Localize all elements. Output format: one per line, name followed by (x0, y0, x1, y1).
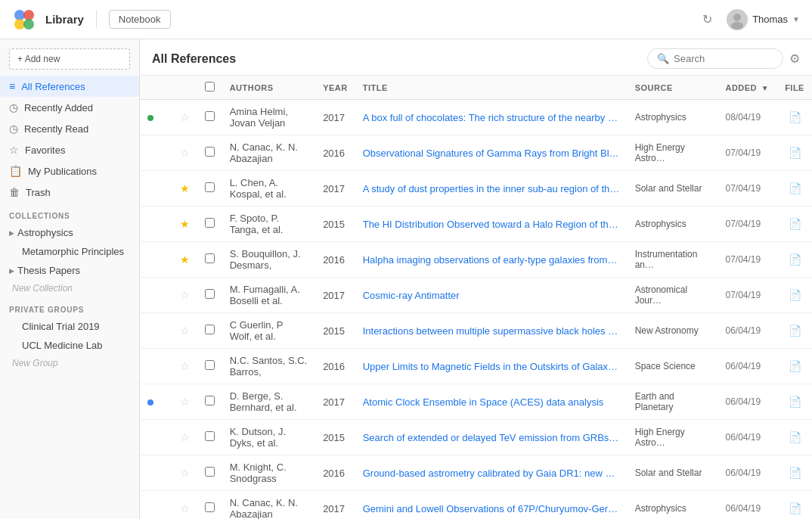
star-cell[interactable]: ☆ (172, 349, 197, 384)
file-cell[interactable]: 📄 (777, 384, 812, 420)
row-checkbox[interactable] (205, 182, 215, 192)
title-cell[interactable]: Atomic Clock Ensemble in Space (ACES) da… (355, 384, 628, 420)
row-checkbox[interactable] (205, 147, 215, 157)
notebook-button[interactable]: Notebook (109, 10, 171, 29)
status-dot (147, 399, 153, 406)
file-cell[interactable]: 📄 (777, 278, 812, 313)
title-cell[interactable]: A study of dust properties in the inner … (355, 171, 628, 207)
added-cell: 07/04/19 (717, 135, 777, 171)
content-area: All References 🔍 ⚙ (140, 39, 812, 519)
new-group-link[interactable]: New Group (0, 355, 139, 371)
sidebar-group-ucl[interactable]: UCL Medicine Lab (0, 336, 139, 355)
title-cell[interactable]: Observational Signatures of Gamma Rays f… (355, 135, 628, 171)
file-cell[interactable]: 📄 (777, 455, 812, 491)
col-added[interactable]: ADDED ▼ (717, 76, 777, 100)
sidebar-group-clinical[interactable]: Clinical Trial 2019 (0, 317, 139, 336)
file-cell[interactable]: 📄 (777, 420, 812, 455)
new-collection-link[interactable]: New Collection (0, 280, 139, 297)
star-cell[interactable]: ★ (172, 171, 197, 207)
star-cell[interactable]: ★ (172, 207, 197, 242)
filter-icon[interactable]: ⚙ (789, 51, 800, 66)
col-file: FILE (777, 76, 812, 100)
search-icon: 🔍 (657, 53, 669, 64)
title-cell[interactable]: Upper Limits to Magnetic Fields in the O… (355, 349, 628, 384)
star-cell[interactable]: ☆ (172, 420, 197, 455)
authors-cell: C Guerlin, P Wolf, et al. (222, 313, 316, 349)
references-table: AUTHORS YEAR TITLE SOURCE ADDED ▼ FILE ☆… (140, 76, 812, 519)
file-cell[interactable]: 📄 (777, 242, 812, 278)
row-checkbox[interactable] (205, 396, 215, 406)
year-cell: 2016 (315, 135, 355, 171)
table-body: ☆Amina Helmi, Jovan Veljan2017A box full… (140, 100, 812, 520)
table-row: ☆N.C. Santos, S.C. Barros,2016Upper Limi… (140, 349, 812, 384)
year-cell: 2017 (315, 100, 355, 135)
year-cell: 2017 (315, 491, 355, 520)
star-cell[interactable]: ☆ (172, 100, 197, 135)
file-cell[interactable]: 📄 (777, 313, 812, 349)
star-cell[interactable]: ☆ (172, 491, 197, 520)
user-avatar (727, 9, 748, 30)
sidebar-item-favorites[interactable]: ☆ Favorites (0, 139, 139, 160)
row-checkbox[interactable] (205, 325, 215, 334)
added-cell: 06/04/19 (717, 384, 777, 420)
file-cell[interactable]: 📄 (777, 171, 812, 207)
row-checkbox[interactable] (205, 218, 215, 228)
row-checkbox[interactable] (205, 502, 215, 512)
col-title[interactable]: TITLE (355, 76, 628, 100)
title-cell[interactable]: Ground-based astrometry calibrated by Ga… (355, 455, 628, 491)
year-cell: 2015 (315, 207, 355, 242)
row-checkbox[interactable] (205, 467, 215, 477)
sidebar-item-all-references[interactable]: ≡ All References (0, 76, 139, 97)
col-year[interactable]: YEAR (315, 76, 355, 100)
authors-cell: K. Dutson, J. Dyks, et al. (222, 420, 316, 455)
title-cell[interactable]: Gemini and Lowell Observations of 67P/Ch… (355, 491, 628, 520)
sidebar-collection-metamorphic[interactable]: Metamorphic Principles (0, 242, 139, 261)
select-all-checkbox[interactable] (205, 82, 215, 92)
table-header-row: AUTHORS YEAR TITLE SOURCE ADDED ▼ FILE (140, 76, 812, 100)
title-cell[interactable]: Halpha imaging observations of early-typ… (355, 242, 628, 278)
source-cell: Space Science (628, 349, 718, 384)
star-cell[interactable]: ☆ (172, 455, 197, 491)
sidebar-item-recently-read[interactable]: ◷ Recently Read (0, 118, 139, 139)
star-cell[interactable]: ☆ (172, 135, 197, 171)
added-cell: 08/04/19 (717, 100, 777, 135)
row-checkbox[interactable] (205, 253, 215, 263)
col-source[interactable]: SOURCE (628, 76, 718, 100)
sidebar-collection-astrophysics[interactable]: ▶ Astrophysics (0, 223, 139, 242)
row-checkbox[interactable] (205, 431, 215, 441)
star-cell[interactable]: ☆ (172, 278, 197, 313)
title-cell[interactable]: Search of extended or delayed TeV emissi… (355, 420, 628, 455)
added-cell: 06/04/19 (717, 349, 777, 384)
user-menu[interactable]: Thomas ▼ (727, 9, 800, 30)
status-dot (147, 115, 153, 121)
star-cell[interactable]: ☆ (172, 384, 197, 420)
file-cell[interactable]: 📄 (777, 491, 812, 520)
title-cell[interactable]: The HI Distribution Observed toward a Ha… (355, 207, 628, 242)
title-cell[interactable]: A box full of chocolates: The rich struc… (355, 100, 628, 135)
references-table-container: AUTHORS YEAR TITLE SOURCE ADDED ▼ FILE ☆… (140, 76, 812, 519)
search-input[interactable] (674, 53, 772, 64)
row-checkbox[interactable] (205, 360, 215, 370)
table-row: ☆D. Berge, S. Bernhard, et al.2017Atomic… (140, 384, 812, 420)
file-cell[interactable]: 📄 (777, 135, 812, 171)
title-cell[interactable]: Interactions between multiple supermassi… (355, 313, 628, 349)
title-cell[interactable]: Cosmic-ray Antimatter (355, 278, 628, 313)
file-cell[interactable]: 📄 (777, 100, 812, 135)
col-authors[interactable]: AUTHORS (222, 76, 316, 100)
search-box[interactable]: 🔍 (647, 48, 783, 69)
row-checkbox[interactable] (205, 111, 215, 121)
svg-point-0 (14, 10, 25, 20)
file-cell[interactable]: 📄 (777, 207, 812, 242)
add-new-button[interactable]: + Add new (9, 48, 130, 70)
sidebar-item-trash[interactable]: 🗑 Trash (0, 182, 139, 203)
row-checkbox[interactable] (205, 289, 215, 299)
file-cell[interactable]: 📄 (777, 349, 812, 384)
sidebar-item-my-publications[interactable]: 📋 My Publications (0, 160, 139, 182)
star-cell[interactable]: ★ (172, 242, 197, 278)
refresh-button[interactable]: ↻ (696, 9, 717, 30)
sidebar-item-recently-added[interactable]: ◷ Recently Added (0, 97, 139, 118)
svg-point-5 (731, 22, 743, 30)
sidebar-collection-thesis[interactable]: ▶ Thesis Papers (0, 261, 139, 280)
star-cell[interactable]: ☆ (172, 313, 197, 349)
authors-cell: N.C. Santos, S.C. Barros, (222, 349, 316, 384)
